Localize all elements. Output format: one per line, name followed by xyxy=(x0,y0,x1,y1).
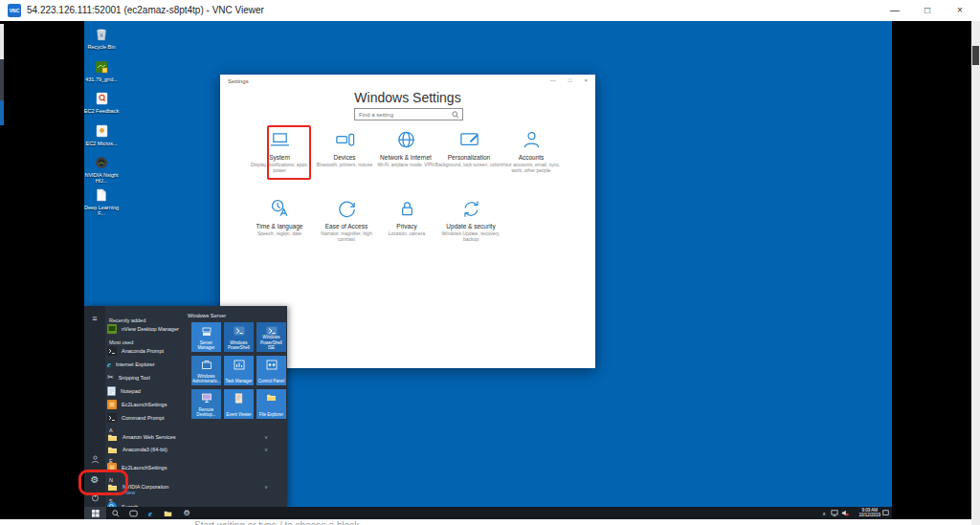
category-name: Devices xyxy=(310,154,379,161)
page-edge-sliver xyxy=(0,59,4,100)
scissors-icon: ✂ xyxy=(107,374,114,382)
tile-file-explorer[interactable]: File Explorer xyxy=(256,389,286,419)
tile-label: Windows PowerShell ISE xyxy=(256,335,286,352)
file-explorer-icon[interactable] xyxy=(160,507,175,519)
category-description: Background, lock screen, colors xyxy=(434,162,503,167)
panel-icon xyxy=(266,360,278,370)
desktop-icon-nsight[interactable]: NVIDIA Nsight HU... xyxy=(80,154,122,185)
minimize-button[interactable]: — xyxy=(879,0,911,21)
category-name: Network & Internet xyxy=(371,154,440,161)
task-icon xyxy=(234,360,245,370)
internet-explorer-icon[interactable]: e xyxy=(143,507,158,519)
settings-category-time-language[interactable]: Time & languageSpeech, region, date xyxy=(245,197,314,236)
folder-icon xyxy=(107,433,118,442)
chevron-down-icon[interactable]: ∨ xyxy=(264,484,268,490)
category-description: Narrator, magnifier, high contrast xyxy=(312,230,381,243)
start-menu-item-anaconda3-64-bit-[interactable]: Anaconda3 (64-bit)∨ xyxy=(107,444,272,455)
start-item-label: Command Prompt xyxy=(122,415,165,421)
tray-speaker-muted-icon[interactable] xyxy=(839,507,850,519)
start-item-label: Ec2LaunchSettings xyxy=(122,465,167,470)
desktop-icon-recycle-bin[interactable]: Recycle Bin xyxy=(80,26,122,50)
personalization-icon xyxy=(458,129,480,151)
tile-control-panel[interactable]: Control Panel xyxy=(256,356,286,385)
tile-remote-desktop-[interactable]: Remote Desktop... xyxy=(191,389,221,419)
tile-label: Task Manager xyxy=(225,379,252,385)
hamburger-menu-icon[interactable]: ≡ xyxy=(84,314,105,323)
tile-label: File Explorer xyxy=(259,412,283,419)
desktop-icon-ec2-feedback[interactable]: EC2 Feedback xyxy=(80,90,122,114)
action-center-icon[interactable] xyxy=(880,507,891,519)
vnc-window-title: 54.223.126.111:52001 (ec2amaz-s8pt4tp) -… xyxy=(27,0,264,21)
settings-category-update-security[interactable]: Update & securityWindows Update, recover… xyxy=(436,197,505,243)
tile-task-manager[interactable]: Task Manager xyxy=(224,356,254,385)
lock-icon xyxy=(396,198,418,220)
maximize-button[interactable]: □ xyxy=(911,0,944,21)
ec2-microsoft-icon xyxy=(96,124,108,138)
desktop-icon-document[interactable]: Deep Learning F... xyxy=(80,186,122,217)
taskbar: e ⚙ ∧ 9:09 AM 10/12/2019 xyxy=(84,507,892,519)
editor-placeholder-text: Start writing or type / to choose a bloc… xyxy=(194,520,359,525)
page-scrollbar[interactable] xyxy=(971,21,980,525)
tray-chevron-up-icon[interactable]: ∧ xyxy=(819,507,829,519)
start-menu-item-amazon-web-services[interactable]: Amazon Web Services∨ xyxy=(107,431,272,443)
chevron-down-icon[interactable]: ∨ xyxy=(264,447,268,452)
settings-category-personalization[interactable]: PersonalizationBackground, lock screen, … xyxy=(434,128,503,167)
settings-search-input[interactable] xyxy=(355,112,452,118)
start-item-label: Internet Explorer xyxy=(116,361,155,367)
start-item-label: Ec2LaunchSettings xyxy=(122,402,167,407)
task-view-icon[interactable] xyxy=(125,507,141,519)
tile-windows-administrativ-[interactable]: Windows Administrativ... xyxy=(191,356,221,385)
folder-icon xyxy=(266,393,277,402)
settings-category-devices[interactable]: DevicesBluetooth, printers, mouse xyxy=(310,128,379,167)
settings-category-privacy[interactable]: PrivacyLocation, camera xyxy=(372,197,441,236)
start-item-label: Anaconda Prompt xyxy=(122,348,164,354)
category-description: Windows Update, recovery, backup xyxy=(436,230,505,243)
event-icon xyxy=(234,393,243,404)
tray-clock[interactable]: 9:09 AM 10/12/2019 xyxy=(858,508,880,518)
taskbar-settings-gear-icon[interactable]: ⚙ xyxy=(179,507,194,519)
settings-search-box[interactable] xyxy=(354,108,463,120)
chevron-down-icon[interactable]: ∨ xyxy=(264,434,268,440)
tray-display-icon[interactable] xyxy=(829,507,839,519)
start-button[interactable] xyxy=(84,507,106,519)
settings-category-accounts[interactable]: AccountsYour accounts, email, sync, work… xyxy=(497,128,566,174)
tile-event-viewer[interactable]: Event Viewer xyxy=(224,389,254,419)
tile-label: Server Manager xyxy=(191,340,221,352)
desktop-icon-label: Deep Learning F... xyxy=(80,205,122,217)
category-description: Wi-Fi, airplane mode, VPN xyxy=(371,162,440,167)
vnc-titlebar: VNC 54.223.126.111:52001 (ec2amaz-s8pt4t… xyxy=(0,0,980,21)
globe-icon xyxy=(395,129,417,151)
settings-category-ease-of-access[interactable]: Ease of AccessNarrator, magnifier, high … xyxy=(312,197,381,243)
tile-server-manager[interactable]: Server Manager xyxy=(191,322,221,352)
start-menu-item-ec2launchsettings[interactable]: Ec2LaunchSettings xyxy=(107,462,272,473)
settings-maximize-button[interactable]: □ xyxy=(568,77,572,83)
nview-icon xyxy=(107,324,117,334)
desktop-icon-installer[interactable]: 431.79_grid... xyxy=(80,58,122,82)
clock-language-icon xyxy=(269,198,291,220)
category-name: Accounts xyxy=(497,154,566,161)
start-item-label: Notepad xyxy=(121,388,141,394)
page-edge-sliver xyxy=(0,100,4,125)
desktop-icon-label: Recycle Bin xyxy=(80,44,122,50)
taskbar-search-icon[interactable] xyxy=(108,507,123,519)
page-edge-sliver xyxy=(0,24,4,59)
powershell-icon xyxy=(234,326,245,336)
desktop-icon-label: 431.79_grid... xyxy=(80,77,122,82)
settings-category-network-internet[interactable]: Network & InternetWi-Fi, airplane mode, … xyxy=(371,128,440,167)
windows-settings-heading: Windows Settings xyxy=(220,90,595,105)
update-sync-icon xyxy=(460,198,482,220)
nsight-icon xyxy=(95,156,108,169)
category-name: Privacy xyxy=(372,223,441,230)
settings-minimize-button[interactable]: — xyxy=(550,77,556,83)
start-item-label: Amazon Web Services xyxy=(122,434,176,440)
desktop-icon-label: EC2 Micros... xyxy=(80,141,122,146)
category-description: Bluetooth, printers, mouse xyxy=(310,162,379,167)
close-button[interactable]: × xyxy=(944,0,976,21)
tile-windows-powershell-ise[interactable]: Windows PowerShell ISE xyxy=(256,322,286,352)
user-icon[interactable] xyxy=(84,455,105,464)
tile-windows-powershell[interactable]: Windows PowerShell xyxy=(224,322,254,352)
desktop-icon-ec2-microsoft[interactable]: EC2 Micros... xyxy=(80,122,122,146)
settings-close-button[interactable]: × xyxy=(584,77,588,83)
ie-icon: e xyxy=(107,361,111,369)
page-scrollbar-thumb[interactable] xyxy=(972,46,979,65)
